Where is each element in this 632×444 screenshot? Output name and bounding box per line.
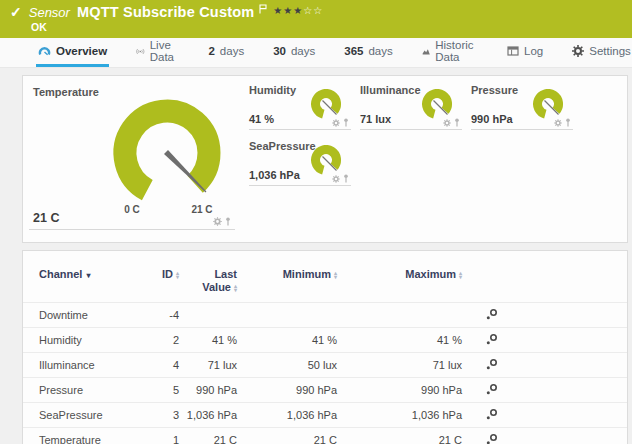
tab-2-days[interactable]: 2 days [206, 38, 246, 67]
channel-id: 2 [145, 328, 185, 353]
channel-name[interactable]: Humidity [23, 328, 145, 353]
channel-minimum: 41 % [243, 328, 343, 353]
channel-minimum: 21 C [243, 428, 343, 444]
column-header-id[interactable]: ID▴▾ [145, 265, 185, 303]
gauge-settings-gear-icon[interactable] [443, 119, 451, 127]
gauge-scale-max: 21 C [182, 204, 222, 215]
channel-name[interactable]: Illuminance [23, 353, 145, 378]
channel-last-value: 41 % [185, 328, 243, 353]
sort-desc-icon: ▾ [86, 269, 90, 282]
table-row-temperature: Temperature 1 21 C 21 C 21 C [23, 428, 627, 444]
sort-icon: ▴▾ [234, 284, 237, 293]
channel-id: 1 [145, 428, 185, 444]
column-header-minimum[interactable]: Minimum▴▾ [243, 265, 343, 303]
table-row-illuminance: Illuminance 4 71 lux 50 lux 71 lux [23, 353, 627, 378]
priority-stars-empty: ☆☆ [303, 5, 323, 16]
gear-icon [572, 45, 584, 57]
table-row-humidity: Humidity 2 41 % 41 % 41 % [23, 328, 627, 353]
tab-live-data[interactable]: Live Data [134, 38, 181, 67]
tab-365-days-number: 365 [344, 45, 363, 57]
channel-settings-icon[interactable] [486, 358, 498, 370]
gauge-tile-pressure: Pressure 990 hPa [471, 84, 573, 130]
object-type-label: Sensor [29, 5, 70, 20]
tab-2-days-number: 2 [208, 45, 214, 57]
gauge-title: Pressure [471, 84, 518, 96]
flag-icon[interactable] [259, 0, 267, 18]
sort-icon: ▴▾ [176, 271, 179, 280]
gauge-tile-illuminance: Illuminance 71 lux [360, 84, 462, 130]
table-row-seapressure: SeaPressure 3 1,036 hPa 1,036 hPa 1,036 … [23, 403, 627, 428]
channel-name[interactable]: Pressure [23, 378, 145, 403]
gauge-pin-icon[interactable] [343, 118, 349, 127]
channel-id: -4 [145, 303, 185, 328]
tab-log[interactable]: Log [505, 38, 545, 67]
tab-live-data-label: Live Data [150, 39, 180, 63]
channel-settings-icon[interactable] [486, 333, 498, 345]
sort-icon: ▴▾ [334, 271, 337, 280]
channel-maximum: 71 lux [343, 353, 468, 378]
temperature-gauge [102, 88, 232, 218]
gauge-value: 990 hPa [471, 113, 513, 125]
channel-maximum: 990 hPa [343, 378, 468, 403]
log-icon [507, 46, 519, 56]
gauge-title: Humidity [249, 84, 296, 96]
tab-settings-label: Settings [589, 45, 631, 57]
channel-settings-icon[interactable] [486, 433, 498, 444]
sensor-title: MQTT Subscribe Custom [77, 4, 254, 20]
gauge-settings-gear-icon[interactable] [332, 119, 340, 127]
tab-overview-label: Overview [56, 45, 107, 57]
gauge-value: 21 C [33, 211, 59, 225]
channel-name[interactable]: Temperature [23, 428, 145, 444]
tab-overview[interactable]: Overview [36, 38, 109, 67]
tab-historic-data[interactable]: Historic Data [420, 38, 480, 67]
channel-last-value: 1,036 hPa [185, 403, 243, 428]
channel-maximum: 21 C [343, 428, 468, 444]
gauge-pin-icon[interactable] [225, 217, 231, 226]
priority-stars[interactable]: ★★★☆☆ [273, 5, 323, 16]
tab-365-days[interactable]: 365 days [342, 38, 394, 67]
gauge-pin-icon[interactable] [454, 118, 460, 127]
gauge-settings-gear-icon[interactable] [332, 175, 340, 183]
tab-30-days-number: 30 [273, 45, 286, 57]
gauges-panel: Temperature 0 C 21 C 21 C Humidity 41 % [22, 75, 628, 243]
tab-settings[interactable]: Settings [570, 38, 632, 67]
column-header-maximum[interactable]: Maximum▴▾ [343, 265, 468, 303]
status-ok-check-icon: ✓ [10, 4, 22, 20]
tab-30-days-label: days [291, 45, 315, 57]
table-row-pressure: Pressure 5 990 hPa 990 hPa 990 hPa [23, 378, 627, 403]
tab-log-label: Log [524, 45, 543, 57]
channel-name[interactable]: Downtime [23, 303, 145, 328]
gauge-settings-gear-icon[interactable] [213, 217, 222, 226]
channel-minimum: 1,036 hPa [243, 403, 343, 428]
channel-last-value: 21 C [185, 428, 243, 444]
gauge-title: SeaPressure [249, 140, 316, 152]
gauge-settings-gear-icon[interactable] [554, 119, 562, 127]
gauge-value: 1,036 hPa [249, 169, 300, 181]
priority-stars-filled: ★★★ [273, 5, 303, 16]
channel-minimum: 50 lux [243, 353, 343, 378]
tab-2-days-label: days [220, 45, 244, 57]
channel-settings-icon[interactable] [486, 383, 498, 395]
channel-minimum: 990 hPa [243, 378, 343, 403]
column-header-last-value[interactable]: Last Value▴▾ [185, 265, 243, 303]
gauge-icon [38, 45, 51, 57]
column-header-channel[interactable]: Channel▾ [23, 265, 145, 303]
gauge-tile-humidity: Humidity 41 % [249, 84, 351, 130]
tab-historic-data-label: Historic Data [435, 39, 478, 63]
channel-last-value [185, 303, 243, 328]
sensor-overview-page: ✓ Sensor MQTT Subscribe Custom ★★★☆☆ OK … [0, 0, 632, 444]
channel-name[interactable]: SeaPressure [23, 403, 145, 428]
sensor-tab-bar: Overview Live Data 2 days 30 days 365 da… [0, 38, 632, 68]
gauge-pin-icon[interactable] [343, 174, 349, 183]
channel-settings-icon[interactable] [486, 308, 498, 320]
column-header-tools [468, 265, 627, 303]
channel-maximum: 1,036 hPa [343, 403, 468, 428]
channel-settings-icon[interactable] [486, 408, 498, 420]
gauge-title: Temperature [33, 86, 99, 98]
tab-30-days[interactable]: 30 days [271, 38, 317, 67]
gauge-title: Illuminance [360, 84, 421, 96]
broadcast-icon [136, 46, 145, 57]
gauge-pin-icon[interactable] [565, 118, 571, 127]
channel-maximum: 41 % [343, 328, 468, 353]
small-gauges-grid: Humidity 41 % Illuminance 71 lux [249, 84, 619, 196]
